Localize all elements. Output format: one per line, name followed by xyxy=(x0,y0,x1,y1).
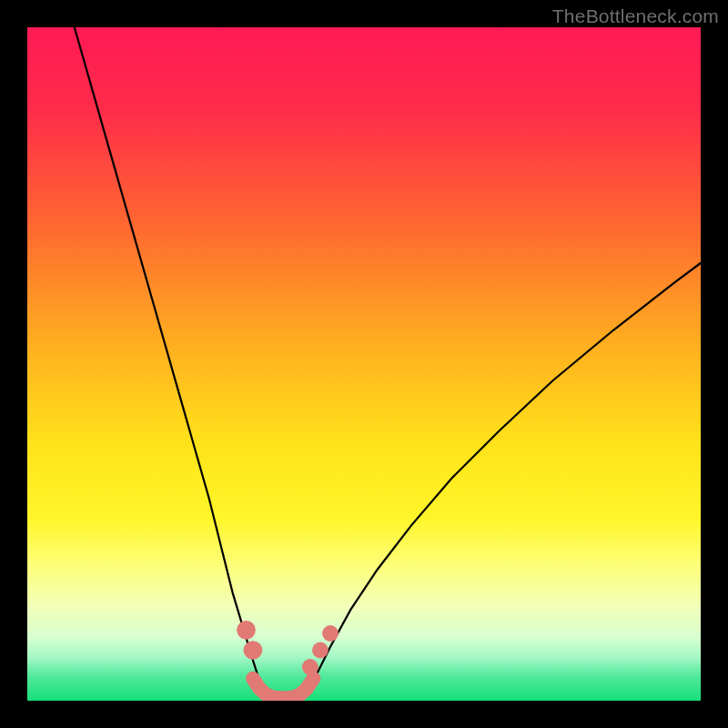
left-curve xyxy=(75,27,265,691)
right-dot-3 xyxy=(322,625,339,642)
right-dot-2 xyxy=(312,642,329,659)
left-dot-2 xyxy=(244,641,263,660)
right-curve xyxy=(307,263,701,691)
watermark-text: TheBottleneck.com xyxy=(552,5,719,27)
chart-frame: TheBottleneck.com xyxy=(0,0,728,728)
left-dot-1 xyxy=(237,621,256,640)
floor-band xyxy=(253,679,314,698)
curve-layer xyxy=(27,27,701,701)
marker-group xyxy=(237,621,339,675)
plot-area xyxy=(27,27,701,701)
right-dot-1 xyxy=(302,659,318,675)
